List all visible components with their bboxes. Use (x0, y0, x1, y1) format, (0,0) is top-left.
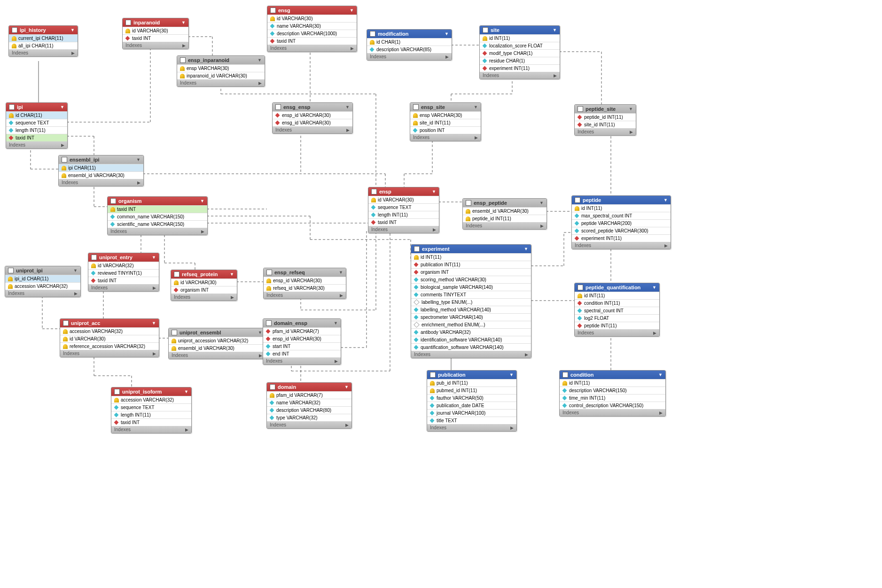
collapse-icon[interactable]: ▼ (152, 321, 156, 325)
table-peptide[interactable]: peptide▼id INT(11)max_spectral_count INT… (571, 195, 671, 249)
table-organism[interactable]: organism▼taxid INTcommon_name VARCHAR(15… (107, 196, 208, 235)
table-header[interactable]: condition▼ (560, 371, 665, 379)
table-header[interactable]: ensp▼ (368, 187, 439, 196)
expand-icon[interactable]: ▶ (345, 423, 349, 427)
table-footer[interactable]: Indexes▶ (575, 329, 659, 336)
table-footer[interactable]: Indexes▶ (88, 284, 159, 291)
table-ensembl_ipi[interactable]: ensembl_ipi▼ipi CHAR(11)ensembl_id VARCH… (58, 155, 144, 186)
table-publication[interactable]: publication▼pub_id INT(11)pubmed_id INT(… (427, 370, 517, 432)
table-ensp_site[interactable]: ensp_site▼ensp VARCHAR(30)site_id INT(11… (410, 102, 481, 141)
table-footer[interactable]: Indexes▶ (427, 424, 516, 431)
collapse-icon[interactable]: ▼ (344, 385, 349, 389)
expand-icon[interactable]: ▶ (137, 180, 140, 185)
collapse-icon[interactable]: ▼ (629, 107, 633, 111)
collapse-icon[interactable]: ▼ (345, 105, 350, 109)
table-header[interactable]: ensembl_ipi▼ (59, 155, 143, 164)
collapse-icon[interactable]: ▼ (136, 157, 140, 162)
collapse-icon[interactable]: ▼ (658, 372, 663, 377)
expand-icon[interactable]: ▶ (340, 293, 343, 298)
table-footer[interactable]: Indexes▶ (410, 134, 481, 141)
expand-icon[interactable]: ▶ (475, 135, 478, 140)
table-footer[interactable]: Indexes▶ (177, 79, 265, 86)
expand-icon[interactable]: ▶ (71, 51, 75, 55)
table-uniprot_ipi[interactable]: uniprot_ipi▼ipi_id CHAR(11)accession VAR… (5, 266, 81, 297)
collapse-icon[interactable]: ▼ (60, 105, 64, 109)
expand-icon[interactable]: ▶ (231, 295, 234, 300)
table-footer[interactable]: Indexes▶ (171, 294, 237, 301)
table-header[interactable]: uniprot_ensembl▼ (169, 328, 265, 337)
collapse-icon[interactable]: ▼ (445, 31, 449, 36)
expand-icon[interactable]: ▶ (259, 353, 262, 358)
table-header[interactable]: peptide_site▼ (575, 105, 636, 113)
collapse-icon[interactable]: ▼ (230, 272, 234, 277)
table-footer[interactable]: Indexes▶ (5, 290, 80, 297)
table-header[interactable]: uniprot_ipi▼ (5, 266, 80, 275)
collapse-icon[interactable]: ▼ (339, 270, 343, 275)
table-header[interactable]: peptide_quantification▼ (575, 283, 659, 292)
table-footer[interactable]: Indexes▶ (480, 72, 560, 79)
table-ensp_inparanoid[interactable]: ensp_inparanoid▼ensp VARCHAR(30)inparano… (177, 55, 265, 87)
table-footer[interactable]: Indexes▶ (108, 228, 207, 235)
table-header[interactable]: uniprot_entry▼ (88, 253, 159, 262)
table-footer[interactable]: Indexes▶ (263, 357, 341, 364)
table-header[interactable]: uniprot_isoform▼ (111, 387, 191, 396)
collapse-icon[interactable]: ▼ (70, 28, 75, 32)
table-footer[interactable]: Indexes▶ (367, 53, 452, 60)
collapse-icon[interactable]: ▼ (432, 189, 436, 194)
table-ensp[interactable]: ensp▼id VARCHAR(30)sequence TEXTlength I… (368, 187, 439, 233)
expand-icon[interactable]: ▶ (653, 331, 656, 335)
table-header[interactable]: inparanoid▼ (123, 18, 188, 27)
collapse-icon[interactable]: ▼ (258, 330, 262, 335)
table-header[interactable]: ensg▼ (267, 6, 357, 15)
table-footer[interactable]: Indexes▶ (368, 226, 439, 233)
expand-icon[interactable]: ▶ (554, 73, 557, 78)
expand-icon[interactable]: ▶ (351, 46, 354, 51)
table-peptide_quantification[interactable]: peptide_quantification▼id INT(11)conditi… (574, 283, 660, 337)
collapse-icon[interactable]: ▼ (509, 372, 514, 377)
table-footer[interactable]: Indexes▶ (111, 426, 191, 433)
expand-icon[interactable]: ▶ (525, 352, 528, 357)
table-footer[interactable]: Indexes▶ (267, 45, 357, 52)
expand-icon[interactable]: ▶ (630, 130, 633, 134)
table-header[interactable]: ensp_refseq▼ (264, 268, 346, 277)
table-uniprot_acc[interactable]: uniprot_acc▼accession VARCHAR(32)id VARC… (60, 318, 159, 357)
expand-icon[interactable]: ▶ (182, 43, 186, 48)
expand-icon[interactable]: ▶ (74, 291, 78, 296)
table-footer[interactable]: Indexes▶ (273, 126, 352, 133)
table-refseq_protein[interactable]: refseq_protein▼id VARCHAR(30)organism IN… (171, 270, 237, 301)
table-inparanoid[interactable]: inparanoid▼id VARCHAR(30)taxid INTIndexe… (122, 18, 189, 49)
table-header[interactable]: ipi_history▼ (9, 26, 78, 34)
collapse-icon[interactable]: ▼ (652, 285, 656, 290)
table-header[interactable]: site▼ (480, 26, 560, 34)
table-header[interactable]: publication▼ (427, 371, 516, 379)
expand-icon[interactable]: ▶ (61, 143, 64, 147)
table-experiment[interactable]: experiment▼id INT(11)publication INT(11)… (411, 244, 531, 358)
expand-icon[interactable]: ▶ (664, 243, 668, 248)
table-header[interactable]: experiment▼ (411, 245, 531, 253)
table-footer[interactable]: Indexes▶ (463, 222, 546, 229)
collapse-icon[interactable]: ▼ (181, 20, 186, 25)
collapse-icon[interactable]: ▼ (258, 58, 262, 62)
table-header[interactable]: ipi▼ (6, 103, 67, 111)
table-header[interactable]: ensp_inparanoid▼ (177, 56, 265, 64)
table-footer[interactable]: Indexes▶ (264, 292, 346, 299)
collapse-icon[interactable]: ▼ (524, 247, 528, 251)
table-uniprot_ensembl[interactable]: uniprot_ensembl▼uniprot_accession VARCHA… (168, 328, 265, 359)
table-ipi[interactable]: ipi▼id CHAR(11)sequence TEXTlength INT(1… (6, 102, 68, 149)
collapse-icon[interactable]: ▼ (200, 199, 204, 203)
collapse-icon[interactable]: ▼ (539, 201, 544, 205)
collapse-icon[interactable]: ▼ (663, 198, 668, 202)
table-footer[interactable]: Indexes▶ (6, 141, 67, 148)
table-header[interactable]: organism▼ (108, 197, 207, 205)
table-footer[interactable]: Indexes▶ (267, 421, 351, 428)
table-domain[interactable]: domain▼pfam_id VARCHAR(7)name VARCHAR(32… (266, 382, 352, 429)
table-footer[interactable]: Indexes▶ (123, 42, 188, 49)
collapse-icon[interactable]: ▼ (184, 389, 188, 394)
collapse-icon[interactable]: ▼ (334, 321, 338, 325)
table-footer[interactable]: Indexes▶ (575, 128, 636, 135)
collapse-icon[interactable]: ▼ (474, 105, 478, 109)
table-ensg[interactable]: ensg▼id VARCHAR(30)name VARCHAR(30)descr… (267, 6, 357, 52)
table-peptide_site[interactable]: peptide_site▼peptide_id INT(11)site_id I… (574, 104, 636, 136)
collapse-icon[interactable]: ▼ (350, 8, 354, 13)
expand-icon[interactable]: ▶ (433, 227, 436, 232)
